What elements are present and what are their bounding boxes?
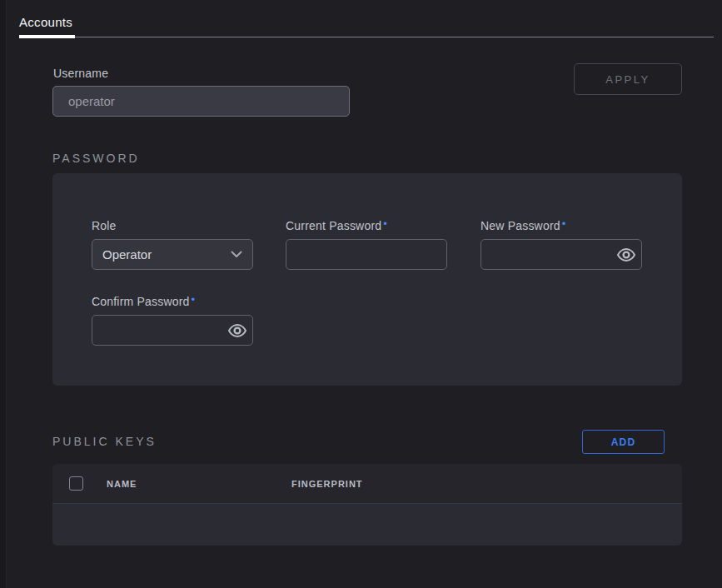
public-keys-section-title: PUBLIC KEYS bbox=[52, 435, 157, 448]
role-select[interactable]: Operator bbox=[92, 239, 253, 270]
tabbar-divider bbox=[19, 37, 714, 37]
password-section-title: PASSWORD bbox=[52, 152, 140, 165]
current-password-label-text: Current Password bbox=[286, 219, 381, 232]
role-label: Role bbox=[92, 219, 117, 232]
confirm-password-label-text: Confirm Password bbox=[92, 295, 190, 308]
show-password-button[interactable] bbox=[617, 246, 635, 264]
active-tab-indicator bbox=[19, 35, 75, 38]
new-password-field-wrap bbox=[481, 239, 642, 270]
new-password-label-text: New Password bbox=[481, 219, 560, 232]
username-label: Username bbox=[53, 67, 108, 80]
username-input[interactable] bbox=[52, 86, 350, 117]
required-indicator: • bbox=[383, 217, 387, 230]
public-keys-table-header: NAME FINGERPRINT bbox=[52, 464, 682, 504]
eye-icon bbox=[228, 324, 246, 337]
tab-accounts[interactable]: Accounts bbox=[19, 15, 72, 29]
current-password-label: Current Password• bbox=[286, 219, 387, 232]
left-edge-sidebar-sliver bbox=[0, 0, 7, 588]
accounts-settings-page: Accounts Username APPLY PASSWORD Role Op… bbox=[0, 0, 722, 588]
password-panel: Role Operator Current Password• New Pass… bbox=[52, 173, 682, 386]
chevron-down-icon bbox=[231, 251, 242, 258]
select-all-checkbox[interactable] bbox=[69, 476, 83, 491]
current-password-input[interactable] bbox=[286, 239, 447, 270]
role-selected-value: Operator bbox=[102, 247, 152, 262]
confirm-password-label: Confirm Password• bbox=[92, 295, 195, 308]
current-password-field-wrap bbox=[286, 239, 447, 270]
column-header-fingerprint: FINGERPRINT bbox=[291, 479, 363, 489]
confirm-password-field-wrap bbox=[92, 315, 253, 346]
show-password-button[interactable] bbox=[228, 321, 246, 340]
required-indicator: • bbox=[562, 217, 566, 230]
new-password-label: New Password• bbox=[481, 219, 566, 232]
add-public-key-button[interactable]: ADD bbox=[582, 430, 665, 454]
required-indicator: • bbox=[192, 293, 196, 306]
public-keys-table-empty-body bbox=[52, 504, 682, 546]
column-header-name: NAME bbox=[107, 479, 137, 489]
eye-icon bbox=[617, 248, 635, 262]
public-keys-table: NAME FINGERPRINT bbox=[52, 464, 682, 546]
apply-button[interactable]: APPLY bbox=[574, 63, 682, 95]
